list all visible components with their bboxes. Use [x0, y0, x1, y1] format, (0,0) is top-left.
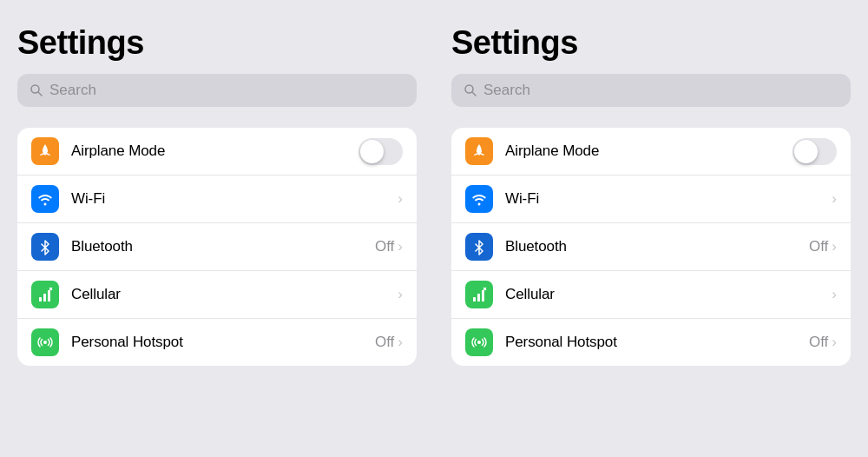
svg-rect-3 — [48, 290, 50, 301]
row-label-wifi: Wi-Fi — [505, 190, 819, 208]
row-value-bluetooth: Off — [809, 238, 828, 255]
settings-row-airplane[interactable]: Airplane Mode — [451, 128, 851, 176]
settings-row-hotspot[interactable]: Personal HotspotOff› — [451, 319, 851, 366]
settings-row-bluetooth[interactable]: BluetoothOff› — [451, 223, 851, 271]
search-placeholder-left: Search — [49, 82, 96, 99]
row-value-hotspot: Off — [809, 334, 828, 351]
toggle-airplane[interactable] — [358, 138, 403, 165]
row-right-cellular: › — [832, 286, 837, 303]
row-label-cellular: Cellular — [71, 286, 385, 303]
row-right-wifi: › — [398, 190, 403, 208]
bluetooth-icon — [31, 233, 59, 261]
wifi-icon — [465, 185, 493, 213]
row-right-airplane — [792, 138, 837, 165]
chevron-hotspot: › — [832, 334, 837, 351]
airplane-icon — [465, 137, 493, 165]
settings-row-hotspot[interactable]: Personal HotspotOff› — [17, 319, 417, 366]
toggle-knob-airplane — [794, 140, 818, 163]
svg-point-9 — [477, 341, 481, 344]
svg-point-4 — [43, 341, 47, 344]
settings-row-cellular[interactable]: Cellular› — [451, 271, 851, 319]
chevron-cellular: › — [398, 286, 403, 303]
toggle-knob-airplane — [360, 140, 384, 163]
settings-row-cellular[interactable]: Cellular› — [17, 271, 417, 319]
chevron-bluetooth: › — [398, 238, 403, 255]
cellular-icon — [31, 281, 59, 308]
svg-rect-6 — [473, 297, 476, 301]
row-value-hotspot: Off — [375, 334, 394, 351]
chevron-hotspot: › — [398, 334, 403, 351]
row-right-hotspot: Off› — [809, 334, 837, 351]
wifi-icon — [31, 185, 59, 213]
row-right-wifi: › — [832, 190, 837, 208]
row-label-hotspot: Personal Hotspot — [505, 334, 797, 351]
search-icon — [464, 83, 477, 97]
search-bar-right[interactable]: Search — [451, 74, 851, 107]
panel-left: Settings Search Airplane Mode Wi-Fi› Blu… — [0, 0, 434, 457]
svg-rect-1 — [39, 297, 42, 301]
row-label-cellular: Cellular — [505, 286, 819, 303]
chevron-wifi: › — [832, 190, 837, 208]
row-label-airplane: Airplane Mode — [505, 142, 780, 160]
chevron-cellular: › — [832, 286, 837, 303]
panels-container: Settings Search Airplane Mode Wi-Fi› Blu… — [0, 0, 868, 457]
row-value-bluetooth: Off — [375, 238, 394, 255]
chevron-bluetooth: › — [832, 238, 837, 255]
hotspot-icon — [31, 328, 59, 356]
cellular-icon — [465, 281, 493, 308]
settings-card-right: Airplane Mode Wi-Fi› BluetoothOff› Cellu… — [451, 128, 851, 366]
search-icon — [30, 83, 43, 97]
settings-row-wifi[interactable]: Wi-Fi› — [17, 176, 417, 223]
bluetooth-icon — [465, 233, 493, 261]
settings-row-airplane[interactable]: Airplane Mode — [17, 128, 417, 176]
row-label-hotspot: Personal Hotspot — [71, 334, 363, 351]
settings-row-bluetooth[interactable]: BluetoothOff› — [17, 223, 417, 271]
svg-rect-2 — [43, 294, 46, 301]
row-right-cellular: › — [398, 286, 403, 303]
airplane-icon — [31, 137, 59, 165]
row-right-bluetooth: Off› — [809, 238, 837, 255]
panel-right: Settings Search Airplane Mode Wi-Fi› Blu… — [434, 0, 868, 457]
panel-left-title: Settings — [17, 24, 417, 62]
row-label-airplane: Airplane Mode — [71, 142, 346, 160]
row-right-hotspot: Off› — [375, 334, 403, 351]
svg-rect-7 — [477, 294, 480, 301]
settings-card-left: Airplane Mode Wi-Fi› BluetoothOff› Cellu… — [17, 128, 417, 366]
svg-rect-8 — [482, 290, 484, 301]
chevron-wifi: › — [398, 190, 403, 208]
hotspot-icon — [465, 328, 493, 356]
search-bar-left[interactable]: Search — [17, 74, 417, 107]
search-placeholder-right: Search — [483, 82, 530, 99]
row-label-bluetooth: Bluetooth — [71, 238, 363, 255]
row-right-bluetooth: Off› — [375, 238, 403, 255]
toggle-airplane[interactable] — [792, 138, 837, 165]
row-label-bluetooth: Bluetooth — [505, 238, 797, 255]
row-right-airplane — [358, 138, 403, 165]
panel-right-title: Settings — [451, 24, 851, 62]
settings-row-wifi[interactable]: Wi-Fi› — [451, 176, 851, 223]
row-label-wifi: Wi-Fi — [71, 190, 385, 208]
